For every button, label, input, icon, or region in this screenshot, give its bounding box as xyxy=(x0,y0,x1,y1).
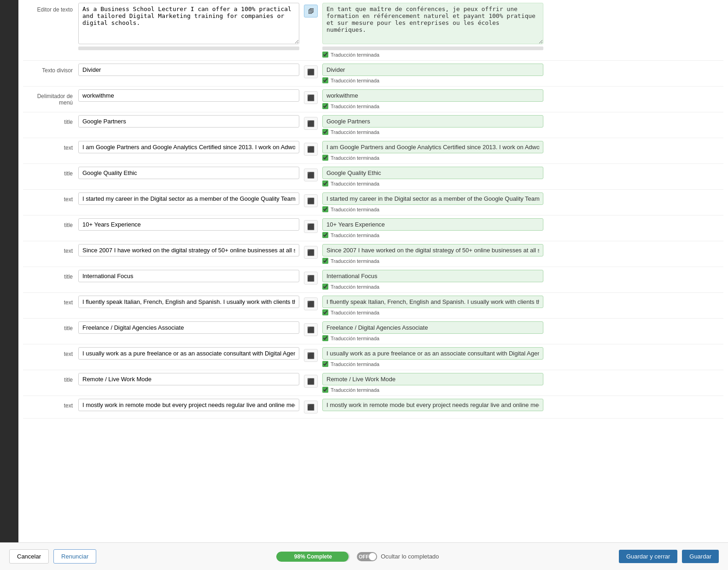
input-title-remote[interactable] xyxy=(78,373,299,385)
traduccion-checkbox-0[interactable] xyxy=(322,52,328,58)
input-area-text-if xyxy=(78,296,299,308)
input-texto-divisor[interactable] xyxy=(78,64,299,76)
traduccion-label-7: Traducción terminada xyxy=(331,233,379,238)
cancelar-button[interactable]: Cancelar xyxy=(9,549,49,564)
input-text-if[interactable] xyxy=(78,296,299,308)
input-text-gqe[interactable] xyxy=(78,192,299,205)
renunciar-button[interactable]: Renunciar xyxy=(53,549,96,564)
traduccion-terminada-4: Traducción terminada xyxy=(322,155,543,161)
traduccion-label-11: Traducción terminada xyxy=(331,336,379,341)
copy-button-texto-divisor[interactable]: ⬛ xyxy=(304,65,318,78)
traduccion-checkbox-4[interactable] xyxy=(322,155,328,161)
traduccion-terminada-6: Traducción terminada xyxy=(322,206,543,212)
traduccion-checkbox-13[interactable] xyxy=(322,387,328,393)
translation-input-title-10y[interactable] xyxy=(322,218,543,231)
traduccion-label-10: Traducción terminada xyxy=(331,310,379,315)
input-title-freelance[interactable] xyxy=(78,321,299,334)
traduccion-checkbox-1[interactable] xyxy=(322,77,328,83)
copy-button-title-gp[interactable]: ⬛ xyxy=(304,117,318,130)
copy-button-title-gqe[interactable]: ⬛ xyxy=(304,169,318,181)
toggle-ocultar[interactable]: OFF xyxy=(357,552,377,561)
input-text-10y[interactable] xyxy=(78,244,299,256)
label-text-gqe: text xyxy=(23,192,78,203)
translation-input-text-if[interactable] xyxy=(322,296,543,308)
traduccion-checkbox-6[interactable] xyxy=(322,206,328,212)
translation-delimitador-menu: Traducción terminada xyxy=(322,89,543,109)
copy-button-editor-texto[interactable]: 🗐 xyxy=(304,5,318,17)
copy-button-text-gqe[interactable]: ⬛ xyxy=(304,194,318,207)
input-title-gqe[interactable] xyxy=(78,167,299,179)
copy-icon-9: ⬛ xyxy=(307,275,314,282)
copy-button-title-10y[interactable]: ⬛ xyxy=(304,220,318,233)
translation-input-title-gp[interactable] xyxy=(322,115,543,128)
translation-input-text-10y[interactable] xyxy=(322,244,543,256)
input-title-gp[interactable] xyxy=(78,115,299,128)
textarea-editor-texto[interactable] xyxy=(78,3,299,44)
traduccion-label-13: Traducción terminada xyxy=(331,387,379,393)
translation-input-delimitador-menu[interactable] xyxy=(322,89,543,102)
guardar-cerrar-button[interactable]: Guardar y cerrar xyxy=(619,550,677,563)
translation-input-text-gqe[interactable] xyxy=(322,192,543,205)
translation-input-text-gp[interactable] xyxy=(322,141,543,153)
traduccion-checkbox-9[interactable] xyxy=(322,284,328,290)
translation-title-freelance: Traducción terminada xyxy=(322,321,543,341)
input-delimitador-menu[interactable] xyxy=(78,89,299,102)
traduccion-checkbox-5[interactable] xyxy=(322,180,328,186)
row-text-remote: text ⬛ xyxy=(23,396,723,419)
translation-input-text-freelance[interactable] xyxy=(322,347,543,360)
copy-icon-8: ⬛ xyxy=(307,249,314,256)
translation-text-if: Traducción terminada xyxy=(322,296,543,315)
input-text-remote[interactable] xyxy=(78,399,299,411)
traduccion-checkbox-7[interactable] xyxy=(322,232,328,238)
row-title-remote: title ⬛ Traducción terminada xyxy=(23,370,723,396)
traduccion-checkbox-8[interactable] xyxy=(322,258,328,264)
translation-input-title-gqe[interactable] xyxy=(322,167,543,179)
copy-icon-10: ⬛ xyxy=(307,301,314,308)
translation-title-if: Traducción terminada xyxy=(322,270,543,290)
traduccion-checkbox-12[interactable] xyxy=(322,361,328,367)
copy-button-text-gp[interactable]: ⬛ xyxy=(304,143,318,156)
copy-button-delimitador-menu[interactable]: ⬛ xyxy=(304,91,318,104)
traduccion-terminada-2: Traducción terminada xyxy=(322,103,543,109)
translation-input-title-remote[interactable] xyxy=(322,373,543,385)
input-text-freelance[interactable] xyxy=(78,347,299,360)
translation-input-texto-divisor[interactable] xyxy=(322,64,543,76)
input-text-gp[interactable] xyxy=(78,141,299,153)
copy-button-title-freelance[interactable]: ⬛ xyxy=(304,323,318,336)
copy-icon-4: ⬛ xyxy=(307,146,314,153)
row-texto-divisor: Texto divisor ⬛ Traducción terminada xyxy=(23,61,723,87)
input-title-10y[interactable] xyxy=(78,218,299,231)
guardar-button[interactable]: Guardar xyxy=(682,550,719,563)
input-title-if[interactable] xyxy=(78,270,299,282)
footer-center: 98% Complete OFF Ocultar lo completado xyxy=(276,552,439,562)
copy-button-title-remote[interactable]: ⬛ xyxy=(304,375,318,388)
input-area-delimitador-menu xyxy=(78,89,299,102)
copy-icon-11: ⬛ xyxy=(307,326,314,333)
traduccion-checkbox-2[interactable] xyxy=(322,103,328,109)
translation-input-title-freelance[interactable] xyxy=(322,321,543,334)
input-area-title-remote xyxy=(78,373,299,385)
traduccion-checkbox-3[interactable] xyxy=(322,129,328,135)
label-text-gp: text xyxy=(23,141,78,151)
traduccion-label-3: Traducción terminada xyxy=(331,129,379,135)
translation-input-title-if[interactable] xyxy=(322,270,543,282)
traduccion-checkbox-11[interactable] xyxy=(322,335,328,341)
copy-button-text-freelance[interactable]: ⬛ xyxy=(304,349,318,362)
row-text-google-quality: text ⬛ Traducción terminada xyxy=(23,190,723,215)
translation-input-text-remote[interactable] xyxy=(322,399,543,411)
label-title-remote: title xyxy=(23,373,78,383)
copy-button-text-if[interactable]: ⬛ xyxy=(304,297,318,310)
input-area-text-remote xyxy=(78,399,299,411)
translation-textarea-editor-texto[interactable] xyxy=(322,3,543,44)
row-text-freelance: text ⬛ Traducción terminada xyxy=(23,344,723,370)
copy-button-text-10y[interactable]: ⬛ xyxy=(304,246,318,259)
copy-button-title-if[interactable]: ⬛ xyxy=(304,272,318,285)
row-text-international-focus: text ⬛ Traducción terminada xyxy=(23,293,723,319)
label-editor-texto: Editor de texto xyxy=(23,3,78,13)
row-text-google-partners: text ⬛ Traducción terminada xyxy=(23,138,723,164)
progress-label: 98% Complete xyxy=(294,553,332,560)
traduccion-label-2: Traducción terminada xyxy=(331,104,379,109)
row-text-10-years: text ⬛ Traducción terminada xyxy=(23,241,723,267)
traduccion-checkbox-10[interactable] xyxy=(322,309,328,315)
copy-button-text-remote[interactable]: ⬛ xyxy=(304,401,318,413)
